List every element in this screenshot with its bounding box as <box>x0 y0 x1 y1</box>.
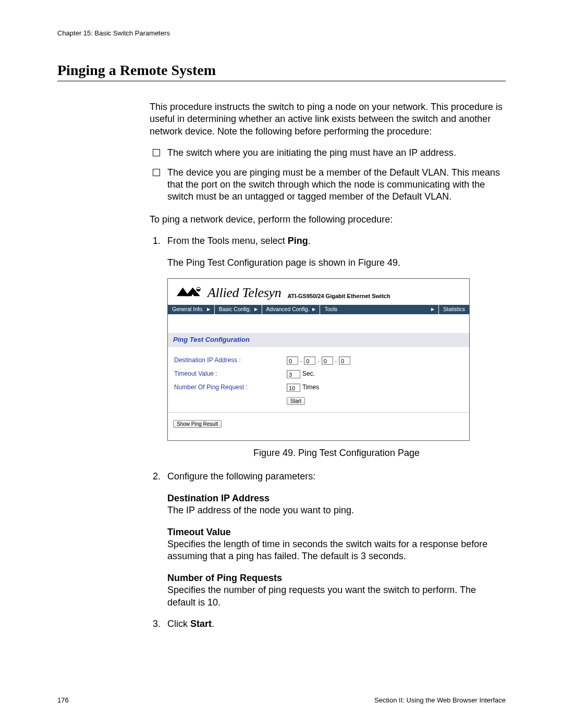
ip-octet-3[interactable]: 0 <box>322 356 333 365</box>
nav-general-info[interactable]: General Info.▶ <box>168 305 215 314</box>
nav-bar: General Info.▶ Basic Config.▶ Advanced C… <box>168 305 469 314</box>
footer-section: Section II: Using the Web Browser Interf… <box>374 696 506 704</box>
definition: Number of Ping Requests Specifies the nu… <box>167 572 506 609</box>
chevron-right-icon: ▶ <box>207 307 210 312</box>
step-3: 3. Click Start. <box>150 618 506 630</box>
step-number: 1. <box>153 235 161 247</box>
definition: Timeout Value Specifies the length of ti… <box>167 526 506 563</box>
nav-statistics[interactable]: Statistics <box>439 305 469 314</box>
step-text: Click Start. <box>167 619 214 629</box>
ip-octet-1[interactable]: 0 <box>287 356 298 365</box>
nav-tools[interactable]: Tools▶ <box>320 305 439 314</box>
ping-count-unit: Times <box>302 384 319 392</box>
step-number: 3. <box>153 618 161 630</box>
chevron-right-icon: ▶ <box>254 307 258 312</box>
step-1: 1. From the Tools menu, select Ping. The… <box>150 235 506 459</box>
ip-octet-2[interactable]: 0 <box>304 356 315 365</box>
nav-advanced-config[interactable]: Advanced Config.▶ <box>262 305 321 314</box>
step-number: 2. <box>153 471 161 483</box>
section-title: Pinging a Remote System <box>57 62 506 81</box>
chapter-header: Chapter 15: Basic Switch Parameters <box>57 29 506 37</box>
page-number: 176 <box>57 696 69 704</box>
brand-name: Allied Telesyn <box>207 284 281 302</box>
figure-caption: Figure 49. Ping Test Configuration Page <box>167 447 506 459</box>
panel-title: Ping Test Configuration <box>168 333 469 347</box>
start-button[interactable]: Start <box>287 397 305 405</box>
chevron-right-icon: ▶ <box>431 307 434 312</box>
checklist-item: The switch where you are initiating the … <box>150 147 506 159</box>
device-model: ATI-GS950/24 Gigabit Ethernet Switch <box>287 292 390 300</box>
timeout-label: Timeout Value : <box>174 370 287 378</box>
ping-count-input[interactable]: 10 <box>287 384 300 392</box>
ip-octet-4[interactable]: 0 <box>339 356 350 365</box>
lead-paragraph: To ping a network device, perform the fo… <box>150 214 506 226</box>
definition: Destination IP Address The IP address of… <box>167 492 506 517</box>
timeout-unit: Sec. <box>302 370 315 378</box>
intro-paragraph: This procedure instructs the switch to p… <box>150 101 506 138</box>
show-ping-result-button[interactable]: Show Ping Result <box>173 420 222 428</box>
nav-basic-config[interactable]: Basic Config.▶ <box>215 305 262 314</box>
ip-label: Destination IP Address : <box>174 356 287 365</box>
step-follow: The Ping Test Configuration page is show… <box>167 257 506 269</box>
ping-count-label: Number Of Ping Request : <box>174 384 287 392</box>
ping-config-screenshot: Allied Telesyn ATI-GS950/24 Gigabit Ethe… <box>167 278 470 441</box>
checklist-item: The device you are pinging must be a mem… <box>150 167 506 203</box>
timeout-input[interactable]: 3 <box>287 370 300 378</box>
step-text: From the Tools menu, select Ping. <box>167 236 311 246</box>
allied-telesyn-logo-icon <box>176 287 203 297</box>
chevron-right-icon: ▶ <box>312 307 315 312</box>
step-2: 2. Configure the following parameters: D… <box>150 471 506 609</box>
step-text: Configure the following parameters: <box>167 471 315 482</box>
